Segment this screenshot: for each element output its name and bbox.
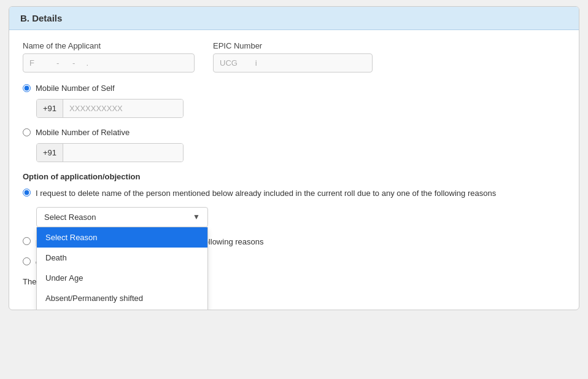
epic-input[interactable]: [213, 53, 373, 72]
option1-text: I request to delete name of the person m…: [36, 187, 496, 200]
mobile-relative-phone-row: +91: [36, 143, 184, 162]
mobile-relative-radio-group: Mobile Number of Relative: [23, 128, 565, 137]
epic-group: EPIC Number: [213, 41, 373, 72]
section-title: B. Details: [20, 13, 62, 23]
mobile-self-input[interactable]: [63, 100, 183, 117]
section-body: Name of the Applicant EPIC Number Mobile…: [9, 30, 579, 297]
dropdown-item-already-enrolled[interactable]: Already Enrolled: [37, 308, 207, 310]
mobile-relative-label: Mobile Number of Relative: [36, 128, 130, 137]
option3-radio[interactable]: [23, 257, 31, 265]
mobile-self-prefix: +91: [37, 100, 63, 117]
option-section-label: Option of application/objection: [23, 172, 565, 181]
dropdown-item-under-age[interactable]: Under Age: [37, 268, 207, 288]
mobile-self-radio-group: Mobile Number of Self: [23, 84, 565, 93]
select-reason-box[interactable]: Select Reason ▼: [36, 207, 208, 227]
option1-block: I request to delete name of the person m…: [23, 187, 565, 200]
applicant-label: Name of the Applicant: [23, 41, 195, 50]
mobile-relative-input[interactable]: [63, 144, 183, 162]
select-reason-wrapper: Select Reason ▼ Select Reason Death Unde…: [36, 207, 208, 227]
chevron-down-icon: ▼: [193, 213, 200, 221]
applicant-input[interactable]: [23, 53, 195, 72]
section-header: B. Details: [9, 7, 579, 30]
mobile-self-phone-row: +91: [36, 99, 184, 118]
select-reason-label: Select Reason: [44, 213, 96, 222]
epic-label: EPIC Number: [213, 41, 373, 50]
option1-radio[interactable]: [23, 189, 31, 197]
mobile-self-label: Mobile Number of Self: [36, 84, 115, 93]
mobile-relative-prefix: +91: [37, 144, 63, 162]
name-epic-row: Name of the Applicant EPIC Number: [23, 41, 565, 72]
dropdown-item-absent[interactable]: Absent/Permanently shifted: [37, 288, 207, 308]
applicant-group: Name of the Applicant: [23, 41, 195, 72]
option2-radio[interactable]: [23, 237, 31, 245]
mobile-self-radio[interactable]: [23, 84, 31, 92]
mobile-relative-radio[interactable]: [23, 128, 31, 136]
dropdown-item-death[interactable]: Death: [37, 248, 207, 268]
dropdown-item-select-reason[interactable]: Select Reason: [37, 227, 207, 248]
dropdown-menu: Select Reason Death Under Age Absent/Per…: [36, 227, 208, 310]
main-card: B. Details Name of the Applicant EPIC Nu…: [9, 6, 579, 310]
